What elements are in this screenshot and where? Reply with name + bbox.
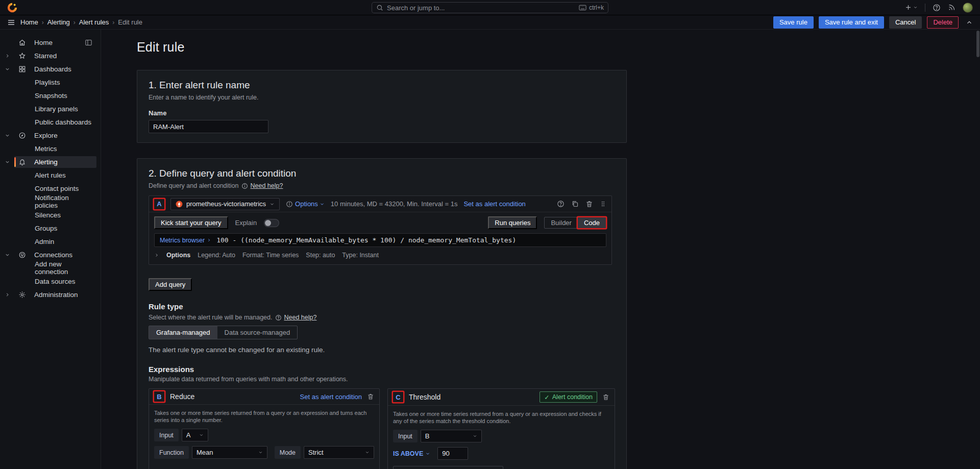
chevron-right-icon: › <box>42 19 44 26</box>
sidebar-item-groups[interactable]: Groups <box>0 221 101 235</box>
rule-type-description: Select where the alert rule will be mana… <box>149 314 273 321</box>
sidebar-item-public-dashboards[interactable]: Public dashboards <box>0 115 101 129</box>
reduce-input-select[interactable]: A <box>182 429 208 441</box>
sidebar-item-add-new-connection[interactable]: Add new connection <box>0 261 101 275</box>
page-scrollbar[interactable] <box>976 30 980 469</box>
run-queries-button[interactable]: Run queries <box>488 216 537 229</box>
chevron-down-icon[interactable] <box>0 252 14 258</box>
code-tab[interactable]: Code <box>578 217 606 228</box>
top-bar: ctrl+k <box>0 0 980 15</box>
threshold-condition-select[interactable]: IS ABOVE <box>393 447 430 460</box>
sidebar-item-alert-rules[interactable]: Alert rules <box>0 168 101 182</box>
chevron-down-icon[interactable] <box>0 133 14 138</box>
reduce-mode-label: Mode <box>275 446 301 459</box>
search-bar[interactable]: ctrl+k <box>372 2 608 13</box>
grafana-logo-icon[interactable] <box>7 3 17 13</box>
explain-toggle[interactable] <box>264 219 279 227</box>
query-ref-id-badge[interactable]: A <box>154 199 164 209</box>
threshold-title: Threshold <box>409 393 440 401</box>
threshold-delete-icon[interactable] <box>602 393 609 401</box>
reduce-mode-select[interactable]: Strict <box>304 446 374 459</box>
cancel-button[interactable]: Cancel <box>889 16 922 29</box>
sidebar-item-silences[interactable]: Silences <box>0 208 101 221</box>
create-new-button[interactable] <box>904 4 918 11</box>
star-icon <box>18 52 27 60</box>
info-icon <box>275 314 282 321</box>
section-query-and-condition: 2. Define query and alert condition Defi… <box>137 158 627 469</box>
sidebar-item-data-sources[interactable]: Data sources <box>0 275 101 288</box>
scrollbar-thumb[interactable] <box>976 31 979 57</box>
query-options-summary: 10 minutes, MD = 43200, Min. Interval = … <box>331 200 458 208</box>
sidebar-item-library-panels[interactable]: Library panels <box>0 102 101 115</box>
query-options-toggle[interactable]: Options <box>295 200 325 208</box>
sidebar-label: Admin <box>35 238 54 245</box>
sidebar-item-metrics[interactable]: Metrics <box>0 142 101 155</box>
need-help-link[interactable]: Need help? <box>251 182 283 189</box>
sidebar-item-starred[interactable]: Starred <box>0 49 101 62</box>
query-help-icon[interactable] <box>557 200 565 208</box>
reduce-delete-icon[interactable] <box>367 393 374 400</box>
search-input[interactable] <box>387 4 575 12</box>
query-header-row: A prometheus-victoriametrics Options <box>149 196 611 212</box>
duplicate-query-icon[interactable] <box>571 200 579 208</box>
save-rule-button[interactable]: Save rule <box>773 16 814 29</box>
legend-summary: Legend: Auto <box>198 252 235 259</box>
menu-hamburger-icon[interactable] <box>7 18 15 27</box>
sidebar-item-administration[interactable]: Administration <box>0 288 101 301</box>
rule-type-grafana-managed[interactable]: Grafana-managed <box>149 326 217 339</box>
page-title: Edit rule <box>137 40 980 55</box>
datasource-name: prometheus-victoriametrics <box>186 200 266 208</box>
set-as-alert-condition-link[interactable]: Set as alert condition <box>463 200 525 208</box>
rule-name-input[interactable] <box>149 120 268 133</box>
options-collapse-label[interactable]: Options <box>166 252 190 259</box>
chevron-down-icon[interactable] <box>0 66 14 72</box>
user-avatar[interactable] <box>963 3 973 13</box>
rule-type-need-help-link[interactable]: Need help? <box>284 314 317 321</box>
sidebar-item-home[interactable]: Home <box>0 36 101 49</box>
delete-button[interactable]: Delete <box>927 16 959 29</box>
sidebar-item-playlists[interactable]: Playlists <box>0 76 101 89</box>
reduce-function-select[interactable]: Mean <box>192 446 267 459</box>
query-toolbar-row: Kick start your query Explain Run querie… <box>149 212 611 233</box>
metrics-browser-link[interactable]: Metrics browser <box>155 237 216 244</box>
datasource-picker[interactable]: prometheus-victoriametrics <box>170 198 280 210</box>
check-icon: ✓ <box>544 393 549 401</box>
chevron-right-icon[interactable] <box>0 53 14 59</box>
delete-query-icon[interactable] <box>585 200 593 208</box>
threshold-ref-id-badge[interactable]: C <box>393 392 403 402</box>
chevron-right-icon: › <box>74 19 76 26</box>
promql-expression[interactable]: 100 - ((node_memory_MemAvailable_bytes *… <box>216 236 516 244</box>
reduce-set-alert-condition-link[interactable]: Set as alert condition <box>300 393 362 401</box>
promql-editor-row: Metrics browser 100 - ((node_memory_MemA… <box>154 233 606 247</box>
chevron-up-icon[interactable] <box>966 19 973 26</box>
rule-type-datasource-managed[interactable]: Data source-managed <box>217 326 298 339</box>
drag-handle-icon[interactable] <box>600 200 606 208</box>
sidebar-item-explore[interactable]: Explore <box>0 129 101 142</box>
breadcrumb-home[interactable]: Home <box>20 18 38 26</box>
threshold-input-select[interactable]: B <box>421 430 482 442</box>
kick-start-query-button[interactable]: Kick start your query <box>154 216 228 229</box>
help-icon[interactable] <box>933 4 941 12</box>
expressions-description: Manipulate data returned from queries wi… <box>149 376 615 383</box>
add-query-button[interactable]: Add query <box>149 278 192 291</box>
breadcrumb-alert-rules[interactable]: Alert rules <box>79 18 109 26</box>
chevron-down-icon[interactable] <box>0 159 14 165</box>
reduce-ref-id-badge[interactable]: B <box>154 391 164 402</box>
sidebar-label: Groups <box>35 225 57 232</box>
breadcrumb-alerting[interactable]: Alerting <box>47 18 70 26</box>
sidebar-item-notification-policies[interactable]: Notification policies <box>0 195 101 208</box>
threshold-value-input[interactable] <box>437 447 468 460</box>
builder-tab[interactable]: Builder <box>545 217 577 228</box>
sidebar-item-snapshots[interactable]: Snapshots <box>0 89 101 102</box>
dock-menu-icon[interactable] <box>85 39 92 46</box>
sidebar-item-admin[interactable]: Admin <box>0 235 101 248</box>
sidebar-item-dashboards[interactable]: Dashboards <box>0 62 101 76</box>
breadcrumb: Home › Alerting › Alert rules › Edit rul… <box>20 18 142 26</box>
reduce-title: Reduce <box>170 392 194 401</box>
chevron-right-icon[interactable] <box>0 292 14 298</box>
chevron-right-icon[interactable] <box>154 253 159 258</box>
sidebar-item-alerting[interactable]: Alerting <box>0 155 101 168</box>
news-rss-icon[interactable] <box>948 4 955 11</box>
sidebar-label: Contact points <box>35 185 79 192</box>
save-rule-and-exit-button[interactable]: Save rule and exit <box>819 16 884 29</box>
